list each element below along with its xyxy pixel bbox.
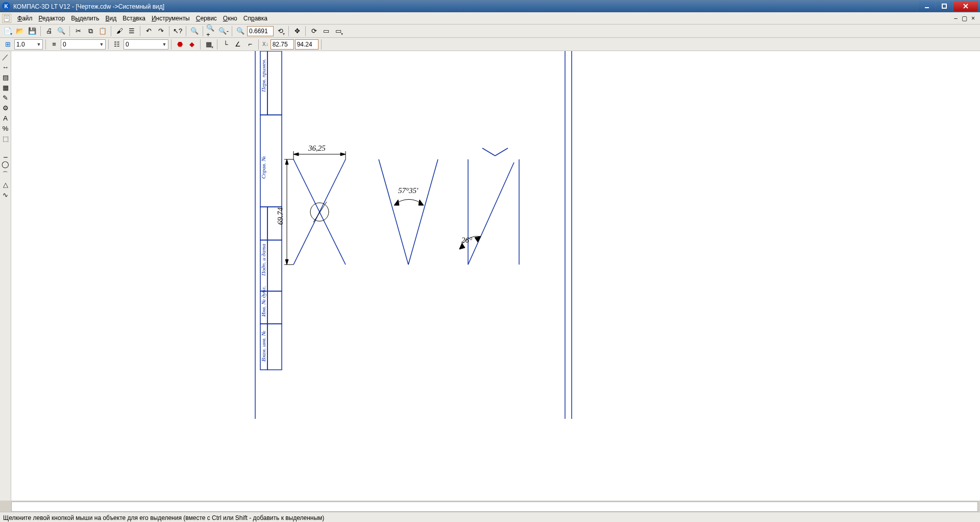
- step-input[interactable]: [15, 41, 35, 48]
- linestyle-button[interactable]: ≡: [48, 39, 60, 50]
- drawing-canvas[interactable]: Перв. примен. Справ. № Подп. и дата Инв.…: [11, 51, 980, 501]
- linestyle-input[interactable]: [61, 41, 98, 48]
- line-icon: ／: [2, 54, 9, 60]
- step-combo[interactable]: ▼: [14, 39, 43, 50]
- format-painter-button[interactable]: 🖌: [114, 26, 125, 37]
- zoom-out-icon: 🔍-: [218, 28, 229, 34]
- dim-width: 36,25: [308, 144, 326, 152]
- tool-segment[interactable]: ⎯: [1, 149, 10, 158]
- menu-view[interactable]: Вид: [103, 14, 120, 23]
- svg-marker-37: [394, 200, 399, 205]
- copy-icon: ⧉: [88, 28, 93, 34]
- layer-combo[interactable]: ▼: [124, 39, 168, 50]
- tool-line[interactable]: ／: [1, 52, 10, 61]
- mdi-min-icon[interactable]: –: [954, 15, 958, 22]
- brush-icon: 🖌: [116, 28, 123, 34]
- menu-service[interactable]: Сервис: [193, 14, 220, 23]
- zoom-input[interactable]: [247, 26, 274, 36]
- undo-button[interactable]: ↶: [143, 26, 154, 37]
- tool-select[interactable]: ⬚: [1, 134, 10, 143]
- save-icon: 💾: [28, 28, 36, 34]
- tool-spline[interactable]: ∿: [1, 190, 10, 199]
- menu-select[interactable]: Выделить: [68, 14, 102, 23]
- paste-icon: 📋: [99, 28, 107, 34]
- maximize-button[interactable]: [936, 1, 952, 11]
- tool-edit[interactable]: ✎: [1, 93, 10, 102]
- tool-arc[interactable]: ⌒: [1, 170, 10, 179]
- zoom-extents-button[interactable]: 🔍: [189, 26, 200, 37]
- refresh-button[interactable]: ⟳: [308, 26, 320, 37]
- snap-end-button[interactable]: ⬣: [174, 39, 185, 50]
- svg-rect-20: [267, 324, 282, 370]
- tool-measure[interactable]: %: [1, 124, 10, 133]
- linestyle-icon: ≡: [52, 41, 56, 48]
- chevron-down-icon[interactable]: ▼: [35, 42, 42, 47]
- tool-circle[interactable]: ◯: [1, 159, 10, 169]
- paste-button[interactable]: 📋: [97, 26, 108, 37]
- redo-button[interactable]: ↷: [155, 26, 166, 37]
- mdi-close-icon[interactable]: ×: [971, 15, 975, 22]
- menu-edit[interactable]: Редактор: [36, 14, 68, 23]
- ortho-icon: └: [223, 41, 228, 48]
- coord-y-input[interactable]: [295, 39, 318, 50]
- svg-rect-11: [267, 51, 282, 115]
- polar-button[interactable]: ∠: [232, 39, 243, 50]
- tool-angle[interactable]: △: [1, 180, 10, 189]
- svg-marker-31: [285, 159, 288, 164]
- props-icon: ☰: [129, 28, 135, 34]
- pan-button[interactable]: ✥: [291, 26, 303, 37]
- grid-toggle-button[interactable]: ▦: [203, 39, 214, 50]
- tool-dim[interactable]: ↔: [1, 62, 10, 72]
- mdi-restore-icon[interactable]: ▢: [962, 15, 967, 22]
- tool-text[interactable]: A: [1, 113, 10, 123]
- tool-grid[interactable]: ▦: [1, 83, 10, 92]
- cut-button[interactable]: ✂: [72, 26, 84, 37]
- help-cursor-button[interactable]: ↖?: [172, 26, 183, 37]
- minimize-button[interactable]: [919, 1, 935, 11]
- print-button[interactable]: 🖨: [43, 26, 55, 37]
- coord-x-input[interactable]: [271, 39, 294, 50]
- ortho-button[interactable]: └: [220, 39, 231, 50]
- close-button[interactable]: [953, 1, 978, 11]
- chevron-down-icon[interactable]: ▼: [161, 42, 168, 47]
- measure-icon: %: [3, 125, 9, 132]
- copy-button[interactable]: ⧉: [85, 26, 96, 37]
- new-button[interactable]: 📄: [2, 26, 13, 37]
- properties-button[interactable]: ☰: [126, 26, 137, 37]
- menu-window[interactable]: Окно: [220, 14, 240, 23]
- svg-rect-16: [267, 240, 282, 291]
- zoom-out-button[interactable]: 🔍-: [218, 26, 229, 37]
- preview-button[interactable]: 🔍: [56, 26, 67, 37]
- text-icon: A: [3, 115, 8, 122]
- layer-input[interactable]: [124, 41, 161, 48]
- tool-param[interactable]: ⚙: [1, 103, 10, 112]
- menu-insert[interactable]: Вставка: [119, 14, 149, 23]
- zoom-in-button[interactable]: 🔍+: [206, 26, 217, 37]
- menu-tools[interactable]: Инструменты: [149, 14, 193, 23]
- menu-help[interactable]: Справка: [240, 14, 271, 23]
- linestyle-combo[interactable]: ▼: [61, 39, 106, 50]
- local-cs-button[interactable]: ⌐: [244, 39, 256, 50]
- zoom-window-button[interactable]: 🔍: [235, 26, 246, 37]
- frame-label-0: Перв. примен.: [260, 59, 266, 92]
- drawing-svg: Перв. примен. Справ. № Подп. и дата Инв.…: [11, 51, 980, 501]
- workarea: ／ ↔ ▨ ▦ ✎ ⚙ A % ⬚ ⎯ ◯ ⌒ △ ∿: [0, 51, 980, 501]
- snap-mid-button[interactable]: ◆: [186, 39, 198, 50]
- tool-hatch[interactable]: ▨: [1, 73, 10, 82]
- mdi-doc-icon[interactable]: [2, 14, 11, 23]
- chevron-down-icon[interactable]: ▼: [98, 42, 105, 47]
- view2-button[interactable]: ▭: [333, 26, 344, 37]
- save-button[interactable]: 💾: [27, 26, 38, 37]
- svg-line-34: [313, 202, 327, 222]
- open-button[interactable]: 📂: [14, 26, 26, 37]
- command-bar[interactable]: [11, 502, 978, 512]
- menu-file[interactable]: Файл: [14, 14, 36, 23]
- arc-icon: ⌒: [2, 171, 9, 178]
- dim-height: 69.74: [276, 207, 284, 225]
- zoom-in-icon: 🔍+: [206, 25, 216, 38]
- view1-button[interactable]: ▭: [321, 26, 332, 37]
- zoom-prev-button[interactable]: ⟲: [275, 26, 286, 37]
- layer-button[interactable]: ☷: [111, 39, 122, 50]
- dim-icon: ↔: [2, 64, 9, 70]
- grid-step-button[interactable]: ⊞: [2, 39, 13, 50]
